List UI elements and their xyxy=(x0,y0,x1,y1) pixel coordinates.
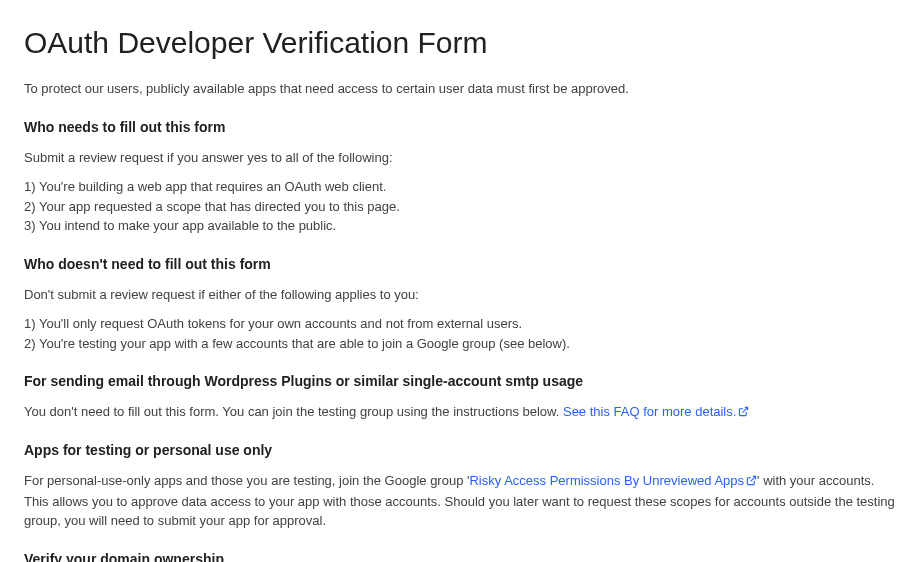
svg-line-1 xyxy=(751,477,756,482)
list-item: 1) You'll only request OAuth tokens for … xyxy=(24,314,896,334)
section-lead: Don't submit a review request if either … xyxy=(24,285,896,305)
list-item: 3) You intend to make your app available… xyxy=(24,216,896,236)
list-item: 2) You're testing your app with a few ac… xyxy=(24,334,896,354)
paragraph-testing: For personal-use-only apps and those you… xyxy=(24,471,896,530)
page-title: OAuth Developer Verification Form xyxy=(24,20,896,65)
section-heading-who-needs: Who needs to fill out this form xyxy=(24,117,896,138)
paragraph-smtp: You don't need to fill out this form. Yo… xyxy=(24,402,896,422)
external-link-icon xyxy=(738,403,749,423)
section-heading-testing: Apps for testing or personal use only xyxy=(24,440,896,461)
text: For personal-use-only apps and those you… xyxy=(24,473,469,488)
list-who-needs: 1) You're building a web app that requir… xyxy=(24,177,896,236)
faq-link[interactable]: See this FAQ for more details. xyxy=(563,404,749,419)
external-link-icon xyxy=(746,472,757,492)
risky-permissions-link[interactable]: Risky Access Permissions By Unreviewed A… xyxy=(469,473,757,488)
section-lead: Submit a review request if you answer ye… xyxy=(24,148,896,168)
intro-text: To protect our users, publicly available… xyxy=(24,79,896,99)
section-heading-verify: Verify your domain ownership xyxy=(24,549,896,562)
list-item: 2) Your app requested a scope that has d… xyxy=(24,197,896,217)
list-who-doesnt: 1) You'll only request OAuth tokens for … xyxy=(24,314,896,353)
text: You don't need to fill out this form. Yo… xyxy=(24,404,563,419)
section-heading-who-doesnt: Who doesn't need to fill out this form xyxy=(24,254,896,275)
list-item: 1) You're building a web app that requir… xyxy=(24,177,896,197)
svg-line-0 xyxy=(743,407,748,412)
section-heading-smtp: For sending email through Wordpress Plug… xyxy=(24,371,896,392)
